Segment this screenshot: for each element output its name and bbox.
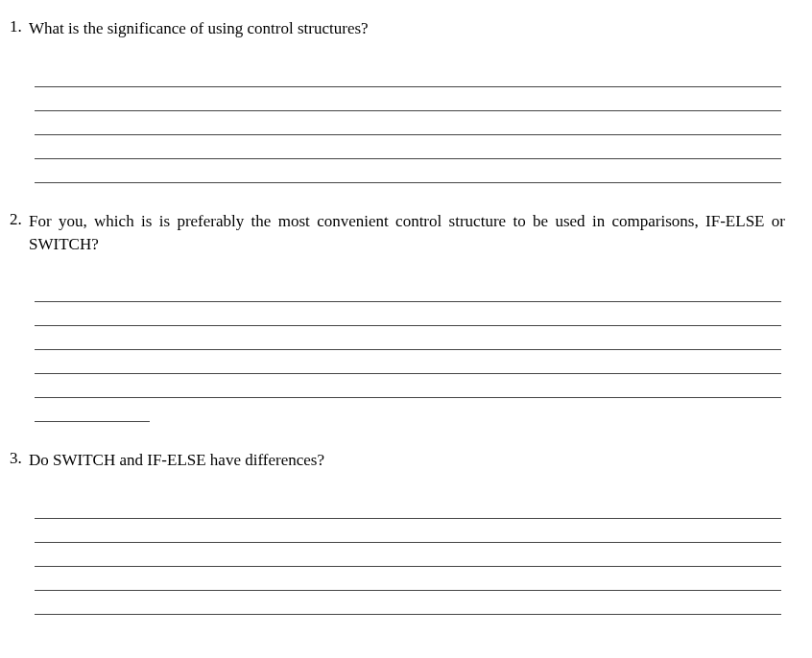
answer-line (35, 567, 781, 591)
question-text: For you, which is is preferably the most… (29, 210, 785, 256)
question-number: 3. (8, 449, 29, 468)
answer-line (35, 87, 781, 111)
question-row: 3. Do SWITCH and IF-ELSE have difference… (8, 449, 785, 472)
answer-line (35, 519, 781, 543)
answer-line (35, 135, 781, 159)
answer-line (35, 159, 781, 183)
question-text: What is the significance of using contro… (29, 17, 785, 40)
answer-line (35, 302, 781, 326)
answer-line (35, 350, 781, 374)
answer-lines (35, 495, 781, 615)
question-number: 1. (8, 17, 29, 36)
answer-line (35, 591, 781, 615)
question-row: 2. For you, which is is preferably the m… (8, 210, 785, 256)
answer-line-short (35, 398, 150, 422)
answer-lines (35, 63, 781, 183)
answer-line (35, 326, 781, 350)
answer-line (35, 543, 781, 567)
question-block-1: 1. What is the significance of using con… (8, 17, 785, 183)
answer-lines (35, 278, 781, 422)
question-row: 1. What is the significance of using con… (8, 17, 785, 40)
answer-line (35, 278, 781, 302)
answer-line (35, 495, 781, 519)
answer-line (35, 63, 781, 87)
question-block-3: 3. Do SWITCH and IF-ELSE have difference… (8, 449, 785, 615)
question-block-2: 2. For you, which is is preferably the m… (8, 210, 785, 423)
answer-line (35, 374, 781, 398)
answer-line (35, 111, 781, 135)
question-number: 2. (8, 210, 29, 229)
question-text: Do SWITCH and IF-ELSE have differences? (29, 449, 785, 472)
